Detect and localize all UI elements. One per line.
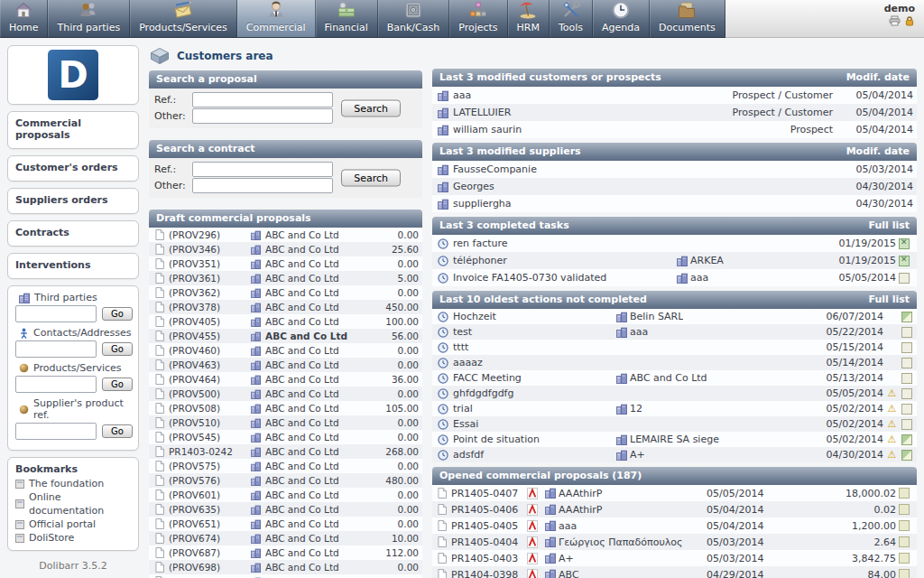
company-link[interactable]: A+ [559,553,574,564]
action-status-checkbox[interactable] [901,373,912,384]
proposal-status-checkbox[interactable] [899,553,910,564]
contract-ref-input[interactable] [192,162,333,177]
proposal-ref-link[interactable]: (PROV576) [169,475,246,486]
company-link[interactable]: ABC and Co Ltd [265,287,356,298]
proposal-ref-link[interactable]: PR1405-0404 [451,536,520,548]
company-link[interactable]: ABC and Co Ltd [265,273,356,284]
logout-lock-icon[interactable] [904,15,915,26]
proposal-ref-link[interactable]: (PROV698) [169,562,246,573]
company-link[interactable]: ABC and Co Ltd [265,446,356,457]
username[interactable]: demo [884,3,915,14]
supplier-link[interactable]: FausseCompanie [453,163,833,175]
company-link[interactable]: ABC and Co Ltd [265,417,356,428]
supplier-ref-search-link[interactable]: Supplier's product ref. [33,397,131,421]
tab-documents[interactable]: Documents [650,0,725,37]
proposal-ref-link[interactable]: (PROV601) [169,489,246,500]
action-status-checkbox[interactable] [901,327,912,338]
company-link[interactable]: ABC and Co Ltd [265,388,356,399]
proposal-ref-link[interactable]: PR1403-0242 [169,446,246,457]
action-status-checkbox[interactable] [901,404,912,415]
company-link[interactable]: aaa [630,326,648,338]
customer-link[interactable]: LATELLUIER [453,107,679,118]
company-link[interactable]: 12 [630,403,642,415]
go-button[interactable]: Go [102,307,133,321]
task-status-checkbox[interactable] [899,273,910,284]
action-status-checkbox[interactable] [901,434,912,445]
proposal-ref-link[interactable]: (PROV455) [169,331,246,341]
proposal-status-checkbox[interactable] [899,504,910,515]
tab-third-parties[interactable]: Third parties [48,0,130,37]
customer-link[interactable]: william saurin [453,124,679,135]
task-link[interactable]: téléphoner [453,255,674,266]
action-link[interactable]: adsfdf [453,449,614,461]
company-link[interactable]: aaa [690,272,708,284]
company-link[interactable]: ABC and Co Ltd [265,244,356,255]
tab-tools[interactable]: Tools [550,0,593,37]
company-link[interactable]: ABC and Co Ltd [265,316,356,327]
go-button[interactable]: Go [102,378,133,391]
products-search-input[interactable] [15,376,97,393]
proposal-ref-link[interactable]: (PROV674) [169,533,246,544]
company-link[interactable]: aaa [559,520,577,532]
proposal-ref-link[interactable]: (PROV361) [169,273,246,284]
bookmark-item[interactable]: DoliStore [15,531,131,545]
action-link[interactable]: aaaaz [453,357,614,368]
supplier-ref-search-input[interactable] [15,423,97,440]
contacts-search-link[interactable]: Contacts/Addresses [33,327,132,339]
proposal-ref-link[interactable]: PR1405-0406 [451,504,520,516]
action-status-checkbox[interactable] [901,312,912,322]
company-link[interactable]: ABC and Co Ltd [265,475,356,486]
company-link[interactable]: ABC and Co Ltd [265,518,356,529]
action-status-checkbox[interactable] [901,419,912,430]
company-link[interactable]: AAAthirP [559,488,603,499]
third-parties-search-link[interactable]: Third parties [34,292,97,303]
pdf-icon[interactable] [522,536,542,548]
menu-title[interactable]: Contracts [15,227,131,238]
company-link[interactable]: ABC and Co Ltd [265,403,356,414]
proposal-ref-link[interactable]: (PROV378) [169,302,246,312]
proposal-status-checkbox[interactable] [899,569,910,578]
company-link[interactable]: ABC and Co Ltd [265,258,356,269]
bookmark-item[interactable]: Official portal [15,517,131,531]
proposal-ref-link[interactable]: PR1405-0405 [451,520,520,532]
proposal-ref-link[interactable]: (PROV460) [169,345,246,356]
tab-home[interactable]: Home [0,0,48,37]
company-link[interactable]: ABC and Co Ltd [265,331,356,341]
pdf-icon[interactable] [522,488,542,499]
action-link[interactable]: Hochzeit [453,311,614,322]
print-icon[interactable] [889,15,901,26]
tab-commercial[interactable]: Commercial [237,0,316,37]
proposal-ref-link[interactable]: (PROV362) [169,287,246,298]
company-link[interactable]: ABC and Co Ltd [265,432,356,443]
tab-bank-cash[interactable]: Bank/Cash [378,0,449,37]
pdf-icon[interactable] [522,504,542,516]
proposal-ref-link[interactable]: (PROV351) [169,258,246,269]
company-link[interactable]: ABC and Co Ltd [265,562,356,573]
tab-products-services[interactable]: Products/Services [130,0,237,37]
action-link[interactable]: Point de situation [453,434,614,445]
proposal-other-input[interactable] [192,108,333,124]
contract-other-input[interactable] [192,178,333,193]
company-link[interactable]: AAAthirP [559,504,603,516]
tab-financial[interactable]: Financial [316,0,378,37]
company-link[interactable]: ABC and Co Ltd [630,372,707,384]
proposal-ref-link[interactable]: (PROV464) [169,374,246,385]
products-search-link[interactable]: Products/Services [33,362,122,374]
proposal-ref-link[interactable]: PR1405-0403 [451,553,520,564]
contacts-search-input[interactable] [15,340,97,358]
company-link[interactable]: ABC and Co Ltd [265,533,356,544]
customer-link[interactable]: aaa [453,89,679,101]
task-link[interactable]: ren facture [453,238,674,249]
proposal-ref-link[interactable]: PR1405-0407 [451,488,520,499]
proposal-ref-link[interactable]: (PROV635) [169,504,246,515]
supplier-link[interactable]: suppliergha [453,198,833,210]
proposal-ref-input[interactable] [192,92,333,107]
menu-title[interactable]: Customer's orders [15,162,131,173]
action-status-checkbox[interactable] [901,358,912,368]
proposal-ref-link[interactable]: (PROV463) [169,359,246,370]
tab-projects[interactable]: Projects [449,0,507,37]
company-link[interactable]: ABC and Co Ltd [265,461,356,471]
proposal-ref-link[interactable]: (PROV545) [169,432,246,443]
action-link[interactable]: Essai [453,418,614,430]
proposal-ref-link[interactable]: (PROV405) [169,316,246,327]
